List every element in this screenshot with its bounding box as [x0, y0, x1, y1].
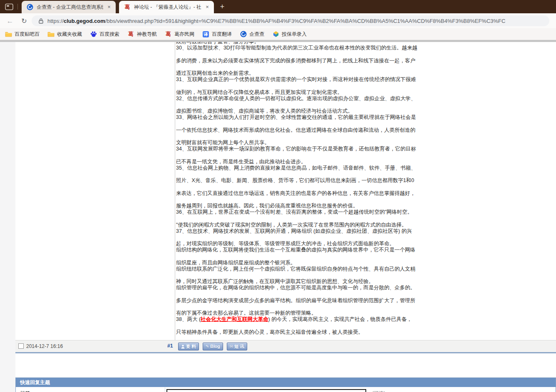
quick-reply-header: 快速回复主题 — [16, 378, 556, 387]
bookmark-label: 百度搜索 — [99, 31, 119, 38]
message-button[interactable]: ✉短 讯 — [227, 343, 247, 350]
post-line: 已不再是一纸文凭，而是终生受益，由此推动社会进步。 — [176, 159, 417, 165]
folder-icon — [5, 31, 12, 37]
post-line: 33、网络社会之所以能为人们打开超时空的、全球性普遍交往的通道，它的最主要机理就… — [176, 114, 417, 121]
post-line: 31、互联网企业真正的一个优势就是双方供需需求的一个实时对接，而这种对接在传统经… — [176, 76, 417, 83]
close-icon[interactable]: × — [106, 4, 112, 10]
browser-chrome: 企查查 - 企业工商信息查询系统_ × 葛 神论坛 - 『紫薇圣人论坛』- 社会… — [0, 0, 556, 42]
post-line: 组织星座，而且由网络组织星座组成的整个银河系。 — [176, 260, 417, 266]
post-table: 政府与数据结合于监管、服务办事。30、以添加型技术、3D打印等智能型制造为代表的… — [15, 42, 556, 340]
quick-reply-cell-divider — [165, 387, 165, 392]
qichacha-icon — [240, 31, 247, 37]
post-footer-row: 2014-12-7 16:16 #1 资 料✎Blog✉短 讯 — [15, 340, 556, 352]
bookmark-item[interactable]: 葛葛亦民网 — [165, 31, 194, 38]
post-text: 38、两大 ( — [176, 316, 201, 322]
url-text: https://club.gegod.com/bbs/viewthread.ph… — [47, 18, 505, 24]
fanyi-icon: 译 — [202, 31, 209, 37]
page-top-border — [0, 40, 556, 42]
table-below-gap — [15, 353, 556, 377]
post-line: "使我们的闲暇方式突破了现实时空的限制，人类第一次实现了在世界范围内的闲暇方式的… — [176, 222, 417, 228]
post-date: 2014-12-7 16:16 — [26, 343, 63, 349]
post-line: 来表达，它们又直接通过信息市场运送，销售商关注的也是客户的各种信息，有关客户信息… — [176, 190, 417, 197]
post-action-buttons: 资 料✎Blog✉短 讯 — [178, 343, 247, 350]
post-line: 37、信息技术、网络技术的发展、互联网的开通，网络组织 (如虚拟企业、虚拟社团、… — [176, 228, 417, 234]
post-line: 做到的，与互联网结合不仅降低交易成本，而且更加实现了定制化需求。 — [176, 89, 417, 96]
post-line-partial: 政府与数据结合于监管、服务办事。 — [176, 42, 417, 45]
bookmark-label: 神教导航 — [137, 31, 157, 38]
tab-separator — [17, 4, 18, 10]
baidu-paw-icon — [90, 31, 97, 37]
back-button[interactable]: ← — [6, 17, 14, 25]
toubao-icon — [272, 31, 279, 37]
post-line: 38、两大 (社会化大生产和互联网大革命) 的今天，实现葛亦民主义，实现共产社会… — [176, 316, 417, 323]
bookmark-label: 葛亦民网 — [174, 31, 194, 38]
button-label: Blog — [210, 343, 220, 350]
post-line: 照片、X光、音乐、电影、新闻、股票价格、货币等，它们都可以用信息来刻画，一切信息… — [176, 178, 417, 184]
bookmarks-bar: 百度贴吧百收藏夹收藏百度搜索葛神教导航葛葛亦民网译百度翻译企查查投保单录入 — [0, 28, 556, 40]
refresh-button[interactable]: ↻ — [20, 17, 28, 25]
close-icon[interactable]: × — [204, 4, 211, 10]
bookmark-item[interactable]: 企查查 — [240, 31, 264, 38]
browser-window: { "browser": { "tabs": [ {"title": "企查查 … — [0, 0, 556, 392]
ge-favicon-icon: 葛 — [124, 4, 131, 10]
post-line: 一个依托信息技术、网络技术而形成的信息化社会。信息通过网络在全球自由传递和流动，… — [176, 127, 417, 133]
post-line: 34、互联网发展即将带来一场深刻的教育革命，它的影响在于不仅是受教育者，还包括教… — [176, 146, 417, 152]
bookmark-item[interactable]: 译百度翻译 — [202, 31, 232, 38]
ge-icon: 葛 — [165, 31, 172, 37]
post-line: 虚拟图书馆、虚拟博物馆、虚拟商城等，将改变人类的经济与社会活动方式。 — [176, 108, 417, 114]
post-line: 有的下属不像过去那么容易了。这就需要一种新的管理策略。 — [176, 310, 417, 316]
post-line: 32、信息传播方式的革命促使人类的一切都可以虚拟化。逐渐出现的虚拟办公室、虚拟企… — [176, 96, 417, 102]
post-select-checkbox[interactable] — [18, 343, 24, 349]
browser-tab-forum-active[interactable]: 葛 神论坛 - 『紫薇圣人论坛』- 社会 × — [119, 1, 214, 13]
tab-list-icon[interactable] — [5, 3, 13, 10]
title-bar: 企查查 - 企业工商信息查询系统_ × 葛 神论坛 - 『紫薇圣人论坛』- 社会… — [0, 0, 556, 13]
post-line: 只等精神条件具备，即更新人类的心灵，葛亦民主义福音传遍全球，被人类接受。 — [176, 329, 417, 335]
bookmark-item[interactable]: 百度贴吧百 — [5, 31, 40, 38]
post-line: 组织结构的网络化，互联网将使我们生活在一个互相重叠的虚拟与真实的网络世界中，它不… — [176, 247, 417, 253]
reply-title-input[interactable] — [166, 389, 366, 392]
forum-page: 政府与数据结合于监管、服务办事。30、以添加型技术、3D打印等智能型制造为代表的… — [0, 42, 556, 392]
new-tab-button[interactable]: + — [218, 2, 226, 11]
post-line: 36、在互联网上，世界正在变成一个没有时差、没有距离的整体，变成一个超越传统时空… — [176, 209, 417, 215]
ge-icon: 葛 — [127, 31, 134, 37]
bookmark-label: 百度贴吧百 — [15, 31, 40, 38]
navigation-bar: ← ↻ https://club.gegod.com/bbs/viewthrea… — [0, 13, 556, 28]
post-line: 通过互联网创造出来的全新需求。 — [176, 70, 417, 76]
reply-title-label: 标题 — [20, 390, 30, 392]
bookmark-item[interactable]: 葛神教导航 — [127, 31, 157, 38]
post-line: 35、信息社会网上购物、网上消费的直接对象是信息商品，如电子邮件、语音邮件、软件… — [176, 165, 417, 171]
post-text: ) 的今天，实现葛亦民主义，实现共产社会，物质条件已具备， — [268, 316, 412, 322]
bookmark-item[interactable]: 收藏夹收藏 — [47, 31, 82, 38]
post-line: 神，同时又通过其联系广泛的触角，在互联网中汲取其它组织新的思想、文化与经验。 — [176, 279, 417, 285]
bookmark-label: 投保单录入 — [282, 31, 307, 38]
url-host: club.gegod.com — [64, 18, 105, 24]
post-line: 起，对现实组织的等级制、等级体系、等级管理形成巨大的冲击，社会组织方式面临新的革… — [176, 241, 417, 247]
person-icon — [181, 345, 185, 349]
bookmark-label: 百度翻译 — [212, 31, 232, 38]
address-bar[interactable]: https://club.gegod.com/bbs/viewthread.ph… — [32, 15, 549, 26]
blog-button[interactable]: ✎Blog — [203, 343, 223, 350]
button-label: 资 料 — [186, 343, 196, 350]
post-content: 政府与数据结合于监管、服务办事。30、以添加型技术、3D打印等智能型制造为代表的… — [176, 42, 417, 335]
folder-icon — [47, 31, 55, 37]
floor-number: #1 — [167, 343, 173, 349]
post-line: 30、以添加型技术、3D打印等智能型制造为代表的第三次工业革命也在根本性的改变我… — [176, 45, 417, 51]
optional-hint: (可选) — [372, 390, 385, 392]
bookmark-item[interactable]: 投保单录入 — [272, 31, 307, 38]
post-line: 服务越周到，回报也就越高。因此，我们必须高度重视信息和信息服务的价值。 — [176, 203, 417, 209]
pencil-icon: ✎ — [206, 343, 209, 350]
bookmark-label: 企查查 — [249, 31, 264, 38]
bookmark-label: 收藏夹收藏 — [57, 31, 82, 38]
button-label: 短 讯 — [234, 343, 244, 350]
qichacha-favicon-icon — [27, 4, 33, 10]
highlighted-keyword-link[interactable]: 社会化大生产和互联网大革命 — [201, 316, 268, 322]
post-line: 组织管理的扁平化，在网络化的组织结构中，信息源不可能是高度集中与唯一的，而是分散… — [176, 285, 417, 291]
lock-icon[interactable] — [39, 18, 43, 24]
browser-tab-qichacha[interactable]: 企查查 - 企业工商信息查询系统_ × — [22, 1, 116, 13]
tab-title: 企查查 - 企业工商信息查询系统_ — [37, 4, 103, 11]
quick-reply-panel: 快速回复主题 标题 (可选) — [15, 377, 556, 392]
bookmark-item[interactable]: 百度搜索 — [90, 31, 119, 38]
post-author-column — [15, 42, 175, 340]
profile-button[interactable]: 资 料 — [178, 343, 199, 350]
post-line: 多的消费，原来以为必须要在实体情况下完成的很多消费都移到了网上，把线上和线下连接… — [176, 58, 417, 64]
